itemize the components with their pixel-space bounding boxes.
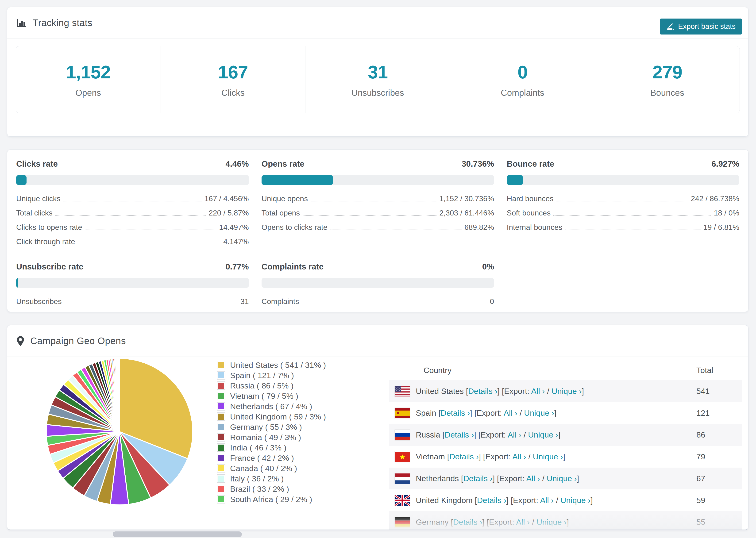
- export-unique-link[interactable]: Unique ›: [552, 387, 582, 396]
- rate-progress-bar: [261, 175, 494, 185]
- rate-detail-label: Hard bounces: [507, 194, 553, 203]
- rate-detail-value: 14.497%: [219, 223, 249, 232]
- horizontal-scrollbar-thumb[interactable]: [113, 531, 242, 537]
- details-link[interactable]: Details ›: [468, 387, 498, 396]
- dotted-leader: [330, 230, 461, 230]
- rate-detail-label: Clicks to opens rate: [16, 223, 82, 232]
- total-cell: 67: [696, 474, 742, 483]
- export-basic-stats-button[interactable]: Export basic stats: [660, 19, 742, 34]
- rate-progress-bar: [16, 278, 249, 288]
- legend-item: India ( 46 / 3% ): [217, 444, 326, 452]
- export-all-link[interactable]: All ›: [508, 430, 521, 439]
- export-all-link[interactable]: All ›: [504, 408, 517, 417]
- rate-detail-label: Internal bounces: [507, 223, 562, 232]
- rate-detail-value: 2,303 / 61.446%: [439, 209, 494, 217]
- export-all-link[interactable]: All ›: [516, 517, 530, 526]
- geo-table-row-us: United States [Details ›] [Export: All ›…: [389, 380, 742, 402]
- card-title-tracking-stats: Tracking stats: [33, 18, 92, 28]
- rate-detail-row: Hard bounces242 / 86.738%: [507, 191, 739, 206]
- rate-block-bounce-rate: Bounce rate6.927%Hard bounces242 / 86.73…: [507, 159, 739, 249]
- country-cell: Russia [Details ›] [Export: All › / Uniq…: [410, 430, 696, 439]
- export-all-link[interactable]: All ›: [526, 474, 540, 483]
- legend-item: Vietnam ( 79 / 5% ): [217, 392, 326, 400]
- rate-detail-value: 1,152 / 30.736%: [439, 194, 494, 203]
- export-unique-link[interactable]: Unique ›: [547, 474, 577, 483]
- legend-item: Canada ( 40 / 2% ): [217, 464, 326, 472]
- export-unique-link[interactable]: Unique ›: [536, 517, 567, 526]
- rate-progress-bar: [261, 278, 494, 288]
- dotted-leader: [303, 215, 436, 216]
- rate-detail-row: Unique clicks167 / 4.456%: [16, 191, 249, 206]
- flag-gb-icon: [395, 495, 410, 506]
- legend-label: India ( 46 / 3% ): [230, 443, 287, 452]
- details-link[interactable]: Details ›: [441, 408, 470, 417]
- details-link[interactable]: Details ›: [463, 474, 493, 483]
- table-text: ]: [591, 496, 593, 505]
- table-text: Russia [: [416, 430, 445, 439]
- rate-progress-bar: [507, 175, 739, 185]
- column-header-country: Country: [389, 366, 696, 375]
- rate-detail-label: Total clicks: [16, 209, 53, 217]
- dotted-leader: [311, 201, 436, 201]
- campaign-geo-opens-card: Campaign Geo Opens United States ( 541 /…: [7, 325, 748, 530]
- legend-label: Canada ( 40 / 2% ): [230, 464, 297, 473]
- table-text: Germany [: [416, 517, 453, 526]
- dotted-leader: [78, 244, 220, 244]
- export-unique-link[interactable]: Unique ›: [533, 452, 563, 461]
- country-cell: United States [Details ›] [Export: All ›…: [410, 387, 696, 396]
- legend-swatch: [217, 413, 225, 420]
- table-text: United States [: [416, 387, 468, 396]
- stat-label: Bounces: [650, 88, 684, 98]
- country-cell: Spain [Details ›] [Export: All › / Uniqu…: [410, 408, 696, 418]
- rate-detail-value: 242 / 86.738%: [691, 194, 739, 203]
- export-all-link[interactable]: All ›: [512, 452, 526, 461]
- rate-detail-label: Soft bounces: [507, 209, 551, 217]
- dotted-leader: [302, 304, 487, 304]
- stat-value: 31: [368, 62, 388, 83]
- rate-detail-label: Unique opens: [261, 194, 308, 203]
- rate-detail-value: 0: [490, 297, 494, 306]
- legend-item: Romania ( 49 / 3% ): [217, 433, 326, 441]
- details-link[interactable]: Details ›: [445, 430, 474, 439]
- legend-label: Romania ( 49 / 3% ): [230, 433, 301, 442]
- stat-cell-complaints: 0Complaints: [450, 46, 595, 113]
- legend-label: South Africa ( 29 / 2% ): [230, 495, 312, 504]
- rate-progress-fill: [16, 175, 27, 185]
- total-cell: 79: [696, 452, 742, 461]
- total-cell: 86: [696, 430, 742, 439]
- table-text: /: [554, 496, 561, 505]
- details-link[interactable]: Details ›: [477, 496, 507, 505]
- details-link[interactable]: Details ›: [449, 452, 479, 461]
- rate-value: 4.46%: [225, 159, 249, 169]
- table-text: /: [540, 474, 547, 483]
- export-unique-link[interactable]: Unique ›: [561, 496, 591, 505]
- geo-opens-table: Country Total United States [Details ›] …: [389, 360, 742, 530]
- table-text: Spain [: [416, 408, 441, 417]
- legend-swatch: [217, 475, 225, 482]
- legend-label: Russia ( 86 / 5% ): [230, 381, 294, 390]
- rate-progress-fill: [261, 175, 333, 185]
- export-all-link[interactable]: All ›: [540, 496, 554, 505]
- export-button-label: Export basic stats: [678, 22, 735, 31]
- country-cell: Vietnam [Details ›] [Export: All › / Uni…: [410, 452, 696, 461]
- flag-vn-icon: [395, 452, 410, 462]
- pie-legend: United States ( 541 / 31% )Spain ( 121 /…: [217, 361, 326, 503]
- export-unique-link[interactable]: Unique ›: [524, 408, 554, 417]
- legend-label: Germany ( 55 / 3% ): [230, 422, 302, 432]
- geo-table-row-vn: Vietnam [Details ›] [Export: All › / Uni…: [389, 446, 742, 467]
- rate-detail-label: Opens to clicks rate: [261, 223, 328, 232]
- table-text: ] [Export:: [470, 408, 504, 417]
- stat-cell-clicks: 167Clicks: [161, 46, 306, 113]
- legend-item: Russia ( 86 / 5% ): [217, 382, 326, 390]
- legend-label: Netherlands ( 67 / 4% ): [230, 402, 312, 411]
- export-all-link[interactable]: All ›: [531, 387, 545, 396]
- rate-block-complaints-rate: Complaints rate0%Complaints0: [261, 262, 494, 309]
- dotted-leader: [565, 230, 701, 230]
- details-link[interactable]: Details ›: [453, 517, 482, 526]
- legend-swatch: [217, 403, 225, 410]
- rate-title: Unsubscribe rate: [16, 262, 83, 271]
- rate-detail-value: 18 / 0%: [714, 209, 739, 217]
- export-unique-link[interactable]: Unique ›: [528, 430, 558, 439]
- legend-swatch: [217, 485, 225, 493]
- rate-detail-row: Click through rate4.147%: [16, 235, 249, 249]
